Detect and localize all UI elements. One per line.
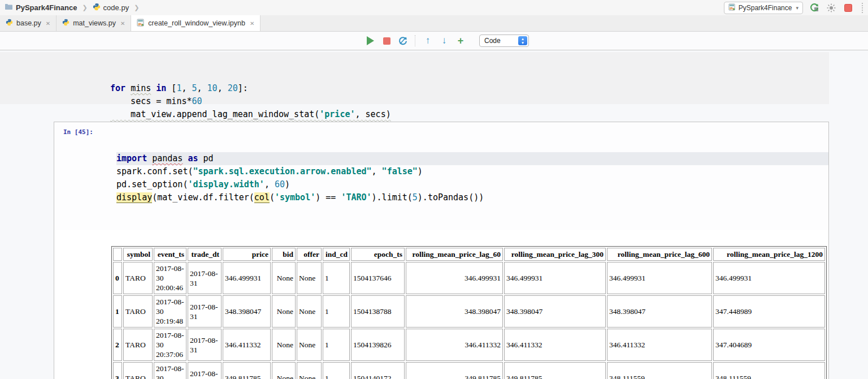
tab-create-roll-window-view-ipynb[interactable]: IPy create_roll_window_view.ipynb ✕	[131, 15, 261, 31]
table-index-header	[113, 248, 122, 261]
table-cell: 1504140172	[351, 362, 405, 379]
table-column-header: offer	[297, 248, 322, 261]
code-line[interactable]: mat_view.append_lag_mean_window_stat('pr…	[110, 108, 829, 121]
table-column-header: bid	[272, 248, 296, 261]
table-cell: TARO	[123, 295, 153, 328]
table-column-header: symbol	[123, 248, 153, 261]
python-file-icon	[62, 19, 70, 28]
add-cell-icon[interactable]: +	[455, 35, 466, 46]
table-row: 2TARO2017-08-30 20:37:062017-08-31346.41…	[113, 329, 825, 361]
table-column-header: epoch_ts	[351, 248, 405, 261]
breadcrumb: PySpark4Finance ❯ code.py ❯	[5, 3, 141, 12]
python-file-icon	[6, 19, 13, 28]
close-icon[interactable]: ✕	[46, 20, 50, 27]
breadcrumb-bar: PySpark4Finance ❯ code.py ❯ IPy PySpark4…	[0, 0, 868, 15]
profiler-sun-icon[interactable]	[826, 2, 837, 14]
table-column-header: ind_cd	[323, 248, 350, 261]
run-configuration-selector[interactable]: IPy PySpark4Finance ▾	[724, 2, 803, 14]
table-cell: 348.398047	[406, 295, 503, 328]
table-column-header: rolling_mean_price_lag_1200	[713, 248, 825, 261]
close-icon[interactable]: ✕	[250, 20, 254, 27]
table-cell: 349.811785	[504, 362, 606, 379]
tab-label: create_roll_window_view.ipynb	[148, 19, 245, 27]
table-cell: 1504139826	[351, 329, 405, 361]
table-cell: 346.499931	[504, 262, 606, 294]
table-cell: 347.404689	[713, 329, 825, 361]
cell-code-editor[interactable]: import pandas as pdspark.conf.set("spark…	[116, 126, 828, 230]
notebook-toolbar: ↑ ↓ + Code ▲▼	[0, 32, 868, 50]
notebook-file-icon: IPy	[728, 3, 736, 12]
code-line[interactable]: spark.conf.set("spark.sql.execution.arro…	[116, 165, 828, 178]
stop-icon[interactable]	[843, 2, 854, 14]
restart-kernel-icon[interactable]	[397, 35, 409, 46]
interrupt-kernel-icon[interactable]	[381, 35, 392, 46]
table-column-header: rolling_mean_price_lag_600	[607, 248, 712, 261]
table-row: 1TARO2017-08-30 20:19:482017-08-31348.39…	[113, 295, 825, 328]
table-cell: 1	[323, 329, 350, 361]
close-icon[interactable]: ✕	[120, 20, 125, 27]
ide-window: PySpark4Finance ❯ code.py ❯ IPy PySpark4…	[0, 0, 868, 379]
output-dataframe-table: symbolevent_tstrade_dtpricebidofferind_c…	[111, 246, 827, 379]
table-column-header: price	[223, 248, 271, 261]
breadcrumb-project[interactable]: PySpark4Finance	[16, 3, 77, 12]
table-cell: TARO	[123, 262, 153, 294]
table-cell: None	[297, 362, 322, 379]
breadcrumb-file[interactable]: code.py	[103, 3, 129, 12]
table-cell: 1	[323, 295, 350, 328]
table-cell: 2017-08-30 20:19:48	[154, 295, 186, 328]
table-cell: None	[297, 262, 322, 294]
notebook-file-icon: IPy	[137, 19, 145, 28]
table-cell: None	[272, 262, 296, 294]
table-cell: 2017-08-30 20:42:52	[154, 362, 186, 379]
table-cell: None	[272, 295, 296, 328]
table-cell: 1	[323, 362, 350, 379]
table-row: 3TARO2017-08-30 20:42:522017-08-31349.81…	[113, 362, 825, 379]
move-cell-down-icon[interactable]: ↓	[439, 35, 450, 46]
python-file-icon	[93, 3, 101, 12]
run-configuration-name: PySpark4Finance	[739, 4, 792, 12]
table-cell: 348.398047	[607, 295, 712, 328]
table-cell: 346.411332	[607, 329, 712, 361]
table-row-index: 2	[113, 329, 122, 361]
table-cell: 2017-08-30 20:00:46	[154, 262, 186, 294]
table-cell: TARO	[123, 329, 153, 361]
table-cell: 346.499931	[607, 262, 712, 294]
tab-base-py[interactable]: base.py ✕	[0, 15, 57, 31]
table-cell: 1504137646	[351, 262, 405, 294]
code-line[interactable]: for mins in [1, 5, 10, 20]:	[110, 82, 829, 95]
table-cell: 2017-08-31	[188, 329, 222, 361]
table-cell: None	[297, 295, 322, 328]
table-cell: 2017-08-30 20:37:06	[154, 329, 186, 361]
editor-tab-bar: base.py ✕ mat_views.py ✕ IPy create_roll…	[0, 15, 868, 32]
table-cell: 1504138788	[351, 295, 405, 328]
code-line[interactable]: display(mat_view.df.filter(col('symbol')…	[116, 191, 828, 204]
code-line[interactable]: pd.set_option('display.width', 60)	[116, 178, 828, 191]
table-cell: 346.411332	[223, 329, 271, 361]
table-column-header: rolling_mean_price_lag_60	[406, 248, 503, 261]
move-cell-up-icon[interactable]: ↑	[422, 35, 433, 46]
tab-mat-views-py[interactable]: mat_views.py ✕	[57, 15, 131, 31]
code-cell-2: In [45]: import pandas as pdspark.conf.s…	[54, 122, 829, 379]
tab-label: base.py	[16, 19, 41, 27]
run-cell-icon[interactable]	[364, 35, 376, 46]
select-stepper-icon: ▲▼	[518, 36, 527, 45]
chevron-right-icon: ❯	[134, 4, 139, 11]
table-cell: 346.411332	[406, 329, 503, 361]
table-cell: 2017-08-31	[188, 262, 222, 294]
run-icon[interactable]	[809, 2, 820, 14]
table-cell: 348.111559	[607, 362, 712, 379]
cell-input-prompt: In [45]:	[54, 126, 116, 230]
table-cell: 346.411332	[504, 329, 606, 361]
cell-type-value: Code	[484, 37, 501, 45]
cell-type-selector[interactable]: Code ▲▼	[479, 35, 529, 47]
table-row: 0TARO2017-08-30 20:00:462017-08-31346.49…	[113, 262, 825, 294]
tab-label: mat_views.py	[73, 19, 116, 27]
code-line[interactable]: secs = mins*60	[110, 95, 829, 108]
code-line[interactable]: import pandas as pd	[116, 152, 828, 165]
table-cell: 349.811785	[223, 362, 271, 379]
code-cell-1[interactable]: for mins in [1, 5, 10, 20]: secs = mins*…	[0, 52, 829, 104]
notebook-editor: for mins in [1, 5, 10, 20]: secs = mins*…	[0, 51, 868, 379]
table-cell: 348.111559	[713, 362, 825, 379]
chevron-right-icon: ❯	[82, 4, 87, 11]
table-cell: 346.499931	[223, 262, 271, 294]
